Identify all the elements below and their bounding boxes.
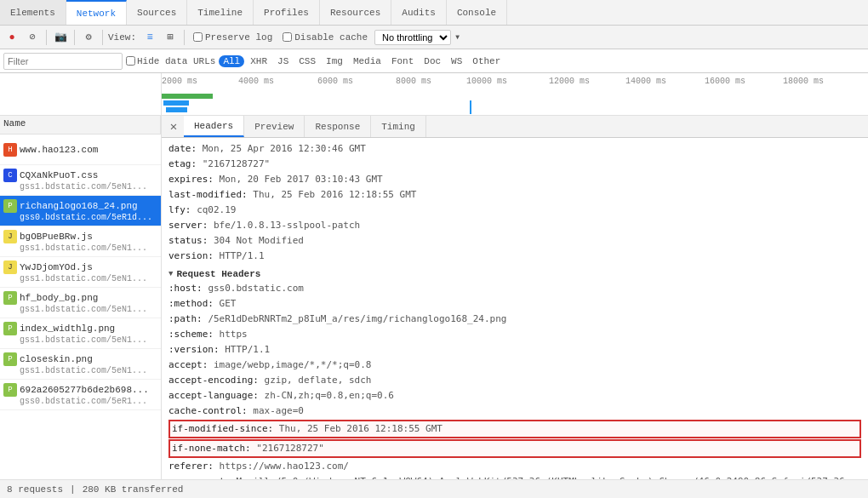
- header-key: :version:: [168, 344, 220, 355]
- timeline-bar-3: [166, 107, 187, 112]
- camera-button[interactable]: 📷: [52, 29, 69, 46]
- filter-font[interactable]: Font: [387, 55, 418, 67]
- header-val: GET: [220, 298, 237, 309]
- header-val: https://www.hao123.com/: [220, 461, 349, 472]
- file-name: index_widthlg.png: [20, 323, 115, 334]
- throttle-arrow[interactable]: ▾: [454, 31, 460, 43]
- filter-other[interactable]: Other: [468, 55, 505, 67]
- requests-count: 8 requests: [7, 484, 63, 495]
- tab-network[interactable]: Network: [66, 0, 127, 25]
- header-val: Mozilla/5.0 (Windows NT 6.1; WOW64) Appl…: [236, 476, 844, 479]
- header-key: referer:: [168, 461, 214, 472]
- js-icon: J: [3, 230, 17, 243]
- preserve-log-input[interactable]: [193, 32, 203, 42]
- timeline-main: 2000 ms 4000 ms 6000 ms 8000 ms 10000 ms…: [162, 73, 868, 115]
- header-val: HTTP/1.1: [220, 250, 265, 261]
- tab-audits[interactable]: Audits: [391, 0, 447, 25]
- file-item[interactable]: P hf_body_bg.png gss1.bdstatic.com/5eN1.…: [0, 288, 161, 318]
- hide-data-urls-checkbox[interactable]: Hide data URLs: [126, 56, 215, 66]
- filter-all[interactable]: All: [219, 55, 244, 67]
- header-key: user-agent:: [168, 476, 231, 479]
- header-key: accept-language:: [168, 390, 259, 401]
- header-val: "2167128727": [203, 158, 270, 169]
- file-list-header: Name: [0, 116, 161, 135]
- filter-css[interactable]: CSS: [294, 55, 320, 67]
- clear-button[interactable]: ⊘: [24, 29, 41, 46]
- file-item[interactable]: P index_widthlg.png gss1.bdstatic.com/5e…: [0, 318, 161, 349]
- header-key: if-none-match:: [172, 443, 251, 454]
- detail-tab-response[interactable]: Response: [305, 116, 371, 137]
- divider-4: [184, 30, 185, 45]
- record-button[interactable]: ●: [3, 29, 20, 46]
- filter-js[interactable]: JS: [273, 55, 293, 67]
- detail-tab-timing[interactable]: Timing: [371, 116, 426, 137]
- file-item[interactable]: J bgOBPueBRw.js gss1.bdstatic.com/5eN1..…: [0, 226, 161, 257]
- request-header-row: user-agent: Mozilla/5.0 (Windows NT 6.1;…: [168, 474, 861, 479]
- header-val: gss0.bdstatic.com: [208, 283, 304, 294]
- request-headers: :host: gss0.bdstatic.com:method: GET:pat…: [168, 281, 861, 479]
- grid-view-button[interactable]: ⊞: [162, 29, 179, 46]
- response-header-row: last-modified: Thu, 25 Feb 2016 12:18:55…: [168, 187, 861, 203]
- tab-profiles[interactable]: Profiles: [254, 0, 320, 25]
- timeline-bar-2: [163, 100, 189, 106]
- file-item-inner: P hf_body_bg.png: [3, 291, 157, 305]
- header-val: Mon, 20 Feb 2017 03:10:43 GMT: [220, 174, 383, 185]
- file-item[interactable]: H www.hao123.com: [0, 135, 161, 165]
- request-header-row: :host: gss0.bdstatic.com: [168, 281, 861, 296]
- filter-button[interactable]: ⚙: [80, 29, 97, 46]
- divider-3: [102, 30, 103, 45]
- response-header-row: lfy: cq02.19: [168, 203, 861, 218]
- filter-input[interactable]: [3, 53, 123, 70]
- throttle-select[interactable]: No throttling: [374, 30, 451, 45]
- disable-cache-checkbox[interactable]: Disable cache: [283, 32, 368, 43]
- response-header-row: status: 304 Not Modified: [168, 233, 861, 249]
- response-header-row: expires: Mon, 20 Feb 2017 03:10:43 GMT: [168, 172, 861, 187]
- file-item[interactable]: P richanglogo168_24.png gss0.bdstatic.co…: [0, 196, 161, 226]
- tab-resources[interactable]: Resources: [320, 0, 391, 25]
- hide-data-urls-input[interactable]: [126, 56, 135, 66]
- response-header-row: etag: "2167128727": [168, 157, 861, 172]
- request-headers-section-title: ▼ Request Headers: [168, 269, 861, 279]
- png-icon: P: [3, 383, 17, 397]
- tab-console[interactable]: Console: [447, 0, 507, 25]
- timeline-spike: [470, 100, 471, 114]
- request-header-row: :method: GET: [168, 296, 861, 312]
- header-val: https: [220, 329, 248, 340]
- request-header-row: accept-language: zh-CN,zh;q=0.8,en;q=0.6: [168, 388, 861, 404]
- panel-close-button[interactable]: ✕: [165, 119, 182, 134]
- list-view-button[interactable]: ≡: [141, 29, 158, 46]
- tab-sources[interactable]: Sources: [127, 0, 187, 25]
- filter-bar: Hide data URLs All XHR JS CSS Img Media …: [0, 49, 868, 73]
- header-key: accept:: [168, 359, 208, 370]
- file-path: gss0.bdstatic.com/5eR1...: [3, 397, 157, 406]
- headers-content: date: Mon, 25 Apr 2016 12:30:46 GMTetag:…: [162, 138, 868, 479]
- header-key: server:: [168, 220, 208, 231]
- filter-xhr[interactable]: XHR: [246, 55, 271, 67]
- header-val: /5eR1dDebRNRTm2_p8IuM_a/res/img/richangl…: [208, 313, 506, 324]
- file-item[interactable]: P 692a2605277b6de2b698... gss0.bdstatic.…: [0, 380, 161, 410]
- file-item[interactable]: P closeskin.png gss1.bdstatic.com/5eN1..…: [0, 349, 161, 380]
- filter-doc[interactable]: Doc: [420, 55, 445, 67]
- file-name: richanglogo168_24.png: [20, 201, 138, 211]
- filter-img[interactable]: Img: [322, 55, 347, 67]
- tab-timeline[interactable]: Timeline: [187, 0, 254, 25]
- timeline-label-3: 6000 ms: [317, 77, 353, 86]
- preserve-log-checkbox[interactable]: Preserve log: [193, 32, 272, 43]
- detail-tabs: ✕ Headers Preview Response Timing: [162, 116, 868, 138]
- file-item[interactable]: C CQXaNkPuoT.css gss1.bdstatic.com/5eN1.…: [0, 165, 161, 196]
- view-label: View:: [108, 32, 136, 43]
- file-item[interactable]: J YwJDjomYOd.js gss1.bdstatic.com/5eN1..…: [0, 257, 161, 288]
- detail-tab-headers[interactable]: Headers: [184, 116, 244, 137]
- file-name: hf_body_bg.png: [20, 293, 98, 303]
- tab-elements[interactable]: Elements: [0, 0, 66, 25]
- filter-media[interactable]: Media: [349, 55, 385, 67]
- filter-ws[interactable]: WS: [447, 55, 466, 67]
- detail-tab-preview[interactable]: Preview: [244, 116, 305, 137]
- request-header-row: :scheme: https: [168, 327, 861, 342]
- css-icon: C: [3, 169, 17, 182]
- triangle-icon: ▼: [168, 270, 173, 278]
- header-val: image/webp,image/*,*/*;q=0.8: [214, 359, 371, 370]
- disable-cache-input[interactable]: [283, 32, 292, 42]
- header-val: Thu, 25 Feb 2016 12:18:55 GMT: [279, 423, 443, 434]
- header-key: status:: [168, 235, 208, 246]
